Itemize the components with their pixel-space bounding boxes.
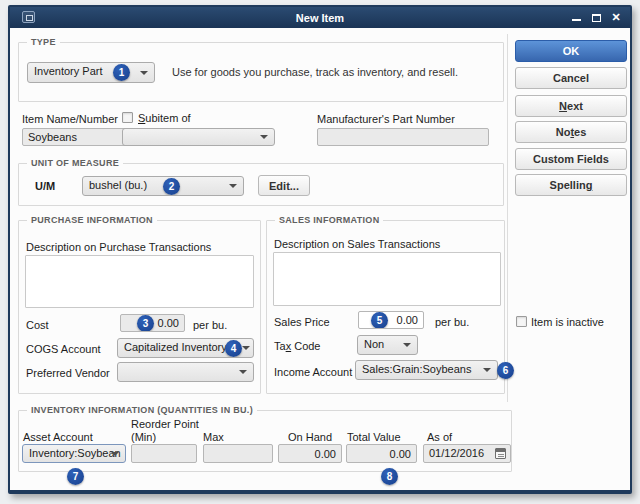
- ok-label: OK: [563, 45, 580, 57]
- reorder-point-label-line2: (Min): [131, 431, 156, 443]
- type-help-text: Use for goods you purchase, track as inv…: [172, 66, 458, 78]
- preferred-vendor-label: Preferred Vendor: [26, 367, 110, 379]
- subitem-checkbox[interactable]: [122, 112, 133, 123]
- as-of-value: 01/12/2016: [429, 447, 484, 459]
- callout-badge-1: 1: [113, 64, 130, 81]
- minimize-button[interactable]: [566, 7, 586, 28]
- type-select[interactable]: Inventory Part 1: [27, 62, 155, 83]
- um-label: U/M: [35, 180, 55, 192]
- callout-badge-3: 3: [137, 315, 154, 332]
- next-label: Next: [559, 100, 583, 112]
- item-name-input[interactable]: Soybeans: [22, 128, 132, 146]
- notes-label: Notes: [556, 126, 587, 138]
- uom-section-label: UNIT OF MEASURE: [27, 158, 123, 168]
- callout-badge-8: 8: [381, 468, 398, 485]
- purchase-section-label: PURCHASE INFORMATION: [27, 215, 157, 225]
- minimize-icon: [572, 19, 581, 21]
- next-button[interactable]: Next: [515, 95, 627, 117]
- chevron-down-icon: [242, 346, 250, 350]
- sales-price-input[interactable]: 5 0.00: [358, 311, 424, 329]
- chevron-down-icon: [229, 184, 237, 188]
- purchase-desc-textarea[interactable]: [25, 255, 254, 308]
- inactive-label: Item is inactive: [531, 316, 604, 328]
- cost-label: Cost: [26, 319, 49, 331]
- close-button[interactable]: ✕: [606, 7, 626, 28]
- window-icon: [22, 11, 35, 23]
- chevron-down-icon: [483, 368, 491, 372]
- reorder-point-label-line1: Reorder Point: [131, 418, 199, 430]
- type-section-label: TYPE: [27, 37, 60, 47]
- subitem-select[interactable]: [122, 128, 275, 146]
- total-value-value: 0.00: [390, 447, 411, 461]
- income-account-label: Income Account: [274, 366, 352, 378]
- income-account-select[interactable]: Sales:Grain:Soybeans: [355, 360, 498, 380]
- cancel-label: Cancel: [553, 72, 589, 84]
- chevron-down-icon: [111, 452, 119, 456]
- tax-code-label: Tax Code: [274, 340, 320, 352]
- mpn-input[interactable]: [317, 128, 489, 146]
- as-of-input[interactable]: 01/12/2016: [423, 444, 511, 463]
- on-hand-label: On Hand: [288, 431, 332, 443]
- item-name-value: Soybeans: [28, 131, 77, 143]
- chevron-down-icon: [403, 343, 411, 347]
- chevron-down-icon: [239, 370, 247, 374]
- max-input[interactable]: [203, 444, 273, 463]
- spelling-button[interactable]: Spelling: [515, 174, 627, 196]
- item-name-label: Item Name/Number: [22, 113, 118, 125]
- cogs-select[interactable]: Capitalized Inventory 4: [117, 338, 254, 358]
- inactive-checkbox[interactable]: [516, 316, 527, 327]
- notes-button[interactable]: Notes: [515, 121, 627, 143]
- edit-um-label: Edit...: [269, 180, 299, 192]
- reorder-min-input[interactable]: [131, 444, 197, 463]
- on-hand-input[interactable]: 0.00: [278, 444, 342, 463]
- calendar-icon[interactable]: [495, 448, 506, 459]
- custom-fields-label: Custom Fields: [533, 153, 609, 165]
- total-value-input[interactable]: 0.00: [346, 444, 417, 463]
- sales-price-value: 0.00: [397, 313, 418, 327]
- cost-value: 0.00: [158, 316, 179, 330]
- inventory-section-label: INVENTORY INFORMATION (QUANTITIES IN BU.…: [27, 405, 257, 415]
- price-per-unit-label: per bu.: [435, 316, 469, 328]
- income-account-value: Sales:Grain:Soybeans: [362, 363, 471, 375]
- tax-code-value: Non: [364, 338, 384, 350]
- custom-fields-button[interactable]: Custom Fields: [515, 148, 627, 170]
- total-value-label: Total Value: [347, 431, 401, 443]
- maximize-button[interactable]: [586, 7, 606, 28]
- title-bar[interactable]: New Item ✕: [10, 7, 630, 28]
- dialog-title: New Item: [296, 12, 344, 24]
- subitem-label: Subitem of: [138, 112, 191, 124]
- mpn-label: Manufacturer's Part Number: [317, 113, 455, 125]
- sales-desc-label: Description on Sales Transactions: [274, 238, 440, 250]
- callout-badge-2: 2: [163, 178, 180, 195]
- um-select[interactable]: bushel (bu.) 2: [82, 176, 244, 196]
- callout-badge-6: 6: [497, 362, 514, 379]
- cogs-label: COGS Account: [26, 343, 101, 355]
- ok-button[interactable]: OK: [515, 40, 627, 62]
- chevron-down-icon: [140, 71, 148, 75]
- type-select-value: Inventory Part: [34, 65, 102, 77]
- edit-um-button[interactable]: Edit...: [258, 175, 310, 196]
- new-item-dialog: New Item ✕ TYPE Inventory Part 1 Use for…: [8, 5, 632, 494]
- sales-desc-textarea[interactable]: [273, 252, 501, 306]
- on-hand-value: 0.00: [315, 447, 336, 461]
- um-select-value: bushel (bu.): [89, 179, 147, 191]
- as-of-label: As of: [427, 431, 452, 443]
- cancel-button[interactable]: Cancel: [515, 67, 627, 89]
- asset-account-value: Inventory:Soybean: [29, 447, 121, 459]
- callout-badge-5: 5: [371, 312, 388, 329]
- cost-input[interactable]: 3 0.00: [120, 314, 185, 332]
- chevron-down-icon: [260, 135, 268, 139]
- preferred-vendor-select[interactable]: [117, 362, 254, 382]
- callout-badge-4: 4: [225, 340, 242, 357]
- callout-badge-7: 7: [67, 468, 84, 485]
- purchase-desc-label: Description on Purchase Transactions: [26, 241, 211, 253]
- dialog-content: TYPE Inventory Part 1 Use for goods you …: [10, 28, 630, 490]
- maximize-icon: [592, 14, 601, 22]
- max-label: Max: [203, 431, 224, 443]
- close-icon: ✕: [611, 12, 620, 23]
- sales-price-label: Sales Price: [274, 316, 330, 328]
- asset-account-select[interactable]: Inventory:Soybean: [22, 444, 126, 463]
- cogs-select-value: Capitalized Inventory: [124, 341, 227, 353]
- vertical-divider: [507, 34, 508, 402]
- tax-code-select[interactable]: Non: [357, 335, 418, 355]
